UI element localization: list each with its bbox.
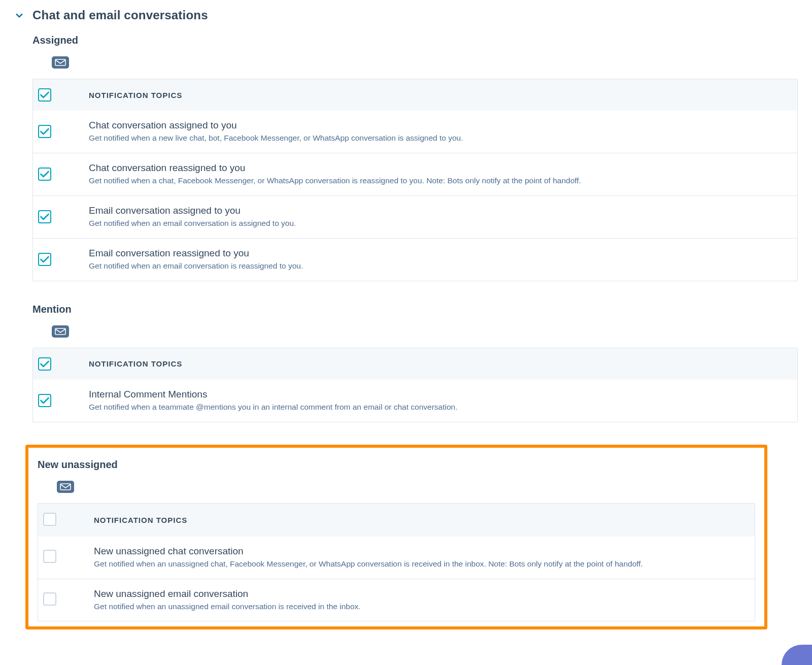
section-title: Mention <box>32 304 798 315</box>
row-description: Get notified when a chat, Facebook Messe… <box>89 176 792 186</box>
notification-table: NOTIFICATION TOPICSInternal Comment Ment… <box>32 348 798 422</box>
row-title: Chat conversation assigned to you <box>89 120 792 131</box>
chevron-down-icon <box>14 10 24 20</box>
notification-table: NOTIFICATION TOPICSChat conversation ass… <box>32 79 798 281</box>
help-fab[interactable] <box>782 645 812 665</box>
row-title: Email conversation reassigned to you <box>89 248 792 259</box>
table-row: New unassigned email conversationGet not… <box>38 579 755 621</box>
table-row: Chat conversation assigned to youGet not… <box>33 111 797 153</box>
row-description: Get notified when a new live chat, bot, … <box>89 133 792 144</box>
row-description: Get notified when a teammate @mentions y… <box>89 402 792 413</box>
row-checkbox[interactable] <box>38 210 51 223</box>
notification-table: NOTIFICATION TOPICSNew unassigned chat c… <box>38 503 755 622</box>
table-header-label: NOTIFICATION TOPICS <box>84 79 797 111</box>
row-title: New unassigned email conversation <box>94 588 750 600</box>
highlighted-section: New unassigned NOTIFICATION TOPICSNew un… <box>25 445 767 630</box>
row-title: New unassigned chat conversation <box>94 546 750 557</box>
table-row: Email conversation assigned to youGet no… <box>33 195 797 238</box>
select-all-checkbox[interactable] <box>38 88 51 102</box>
section-title: New unassigned <box>38 459 755 471</box>
row-description: Get notified when an unassigned email co… <box>94 602 750 612</box>
row-description: Get notified when an email conversation … <box>89 218 792 229</box>
email-channel-icon <box>52 325 69 338</box>
email-channel-icon <box>57 481 74 493</box>
table-row: New unassigned chat conversationGet noti… <box>38 537 755 579</box>
select-all-checkbox[interactable] <box>38 357 51 371</box>
row-checkbox[interactable] <box>38 253 51 266</box>
notification-section-mention: Mention NOTIFICATION TOPICSInternal Comm… <box>32 304 798 422</box>
row-checkbox[interactable] <box>43 550 56 563</box>
notification-section-assigned: Assigned NOTIFICATION TOPICSChat convers… <box>32 35 798 281</box>
row-description: Get notified when an unassigned chat, Fa… <box>94 559 750 570</box>
table-header-label: NOTIFICATION TOPICS <box>89 504 755 537</box>
table-header-label: NOTIFICATION TOPICS <box>84 348 797 380</box>
table-row: Internal Comment MentionsGet notified wh… <box>33 380 797 422</box>
svg-rect-1 <box>55 328 65 335</box>
row-title: Email conversation assigned to you <box>89 205 792 216</box>
row-checkbox[interactable] <box>38 125 51 138</box>
section-title: Assigned <box>32 35 798 46</box>
svg-rect-0 <box>55 59 65 65</box>
table-row: Chat conversation reassigned to youGet n… <box>33 153 797 195</box>
row-title: Chat conversation reassigned to you <box>89 162 792 174</box>
table-row: Email conversation reassigned to youGet … <box>33 238 797 281</box>
collapsible-header[interactable]: Chat and email conversations <box>14 5 798 35</box>
row-checkbox[interactable] <box>38 394 51 407</box>
row-title: Internal Comment Mentions <box>89 389 792 400</box>
email-channel-icon <box>52 56 69 69</box>
select-all-checkbox[interactable] <box>43 513 56 526</box>
notification-section-new_unassigned: New unassigned NOTIFICATION TOPICSNew un… <box>32 445 798 630</box>
page-title: Chat and email conversations <box>32 8 208 22</box>
row-checkbox[interactable] <box>38 168 51 181</box>
row-checkbox[interactable] <box>43 592 56 606</box>
row-description: Get notified when an email conversation … <box>89 261 792 272</box>
svg-rect-2 <box>60 484 71 490</box>
